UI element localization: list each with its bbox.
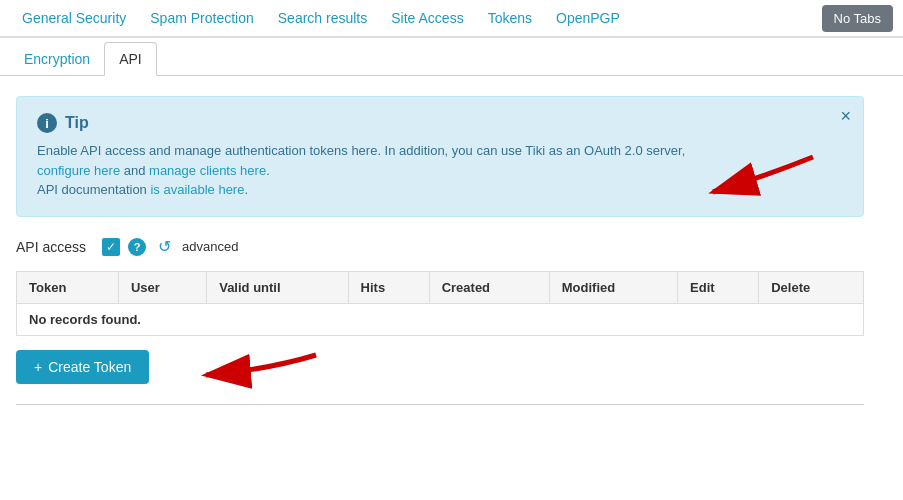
info-icon: i xyxy=(37,113,57,133)
nav-search-results[interactable]: Search results xyxy=(266,0,379,36)
col-edit: Edit xyxy=(678,271,759,303)
tip-heading: Tip xyxy=(65,114,89,132)
button-arrow-annotation xyxy=(196,335,326,395)
nav-spam-protection[interactable]: Spam Protection xyxy=(138,0,266,36)
top-nav: General Security Spam Protection Search … xyxy=(0,0,903,38)
plus-icon: + xyxy=(34,359,42,375)
bottom-divider xyxy=(16,404,864,405)
table-header-row: Token User Valid until Hits Created Modi… xyxy=(17,271,864,303)
col-user: User xyxy=(118,271,206,303)
col-created: Created xyxy=(429,271,549,303)
tip-box: i Tip Enable API access and manage authe… xyxy=(16,96,864,217)
manage-clients-link[interactable]: manage clients here xyxy=(149,163,266,178)
tip-title: i Tip xyxy=(37,113,843,133)
api-access-label: API access xyxy=(16,239,86,255)
col-valid-until: Valid until xyxy=(207,271,348,303)
content-area: i Tip Enable API access and manage authe… xyxy=(0,76,880,425)
api-access-checkbox[interactable]: ✓ xyxy=(102,238,120,256)
col-token: Token xyxy=(17,271,119,303)
tab-api[interactable]: API xyxy=(104,42,157,76)
nav-general-security[interactable]: General Security xyxy=(10,0,138,36)
create-token-label: Create Token xyxy=(48,359,131,375)
create-token-area: + Create Token xyxy=(16,350,149,384)
nav-site-access[interactable]: Site Access xyxy=(379,0,475,36)
tip-body: Enable API access and manage authenticat… xyxy=(37,141,843,200)
sub-nav: Encryption API xyxy=(0,42,903,76)
col-modified: Modified xyxy=(549,271,677,303)
col-hits: Hits xyxy=(348,271,429,303)
create-token-button[interactable]: + Create Token xyxy=(16,350,149,384)
reset-icon[interactable]: ↺ xyxy=(154,237,174,257)
api-access-row: API access ✓ ? ↺ advanced xyxy=(16,237,864,257)
table-row: No records found. xyxy=(17,303,864,335)
help-icon[interactable]: ? xyxy=(128,238,146,256)
nav-tokens[interactable]: Tokens xyxy=(476,0,544,36)
col-delete: Delete xyxy=(759,271,864,303)
no-tabs-button[interactable]: No Tabs xyxy=(822,5,893,32)
available-here-link[interactable]: is available here xyxy=(150,182,244,197)
nav-openpgp[interactable]: OpenPGP xyxy=(544,0,632,36)
advanced-label: advanced xyxy=(182,239,238,254)
tab-encryption[interactable]: Encryption xyxy=(10,43,104,75)
token-table: Token User Valid until Hits Created Modi… xyxy=(16,271,864,336)
tip-close-button[interactable]: × xyxy=(840,107,851,125)
no-records-cell: No records found. xyxy=(17,303,864,335)
configure-here-link[interactable]: configure here xyxy=(37,163,120,178)
